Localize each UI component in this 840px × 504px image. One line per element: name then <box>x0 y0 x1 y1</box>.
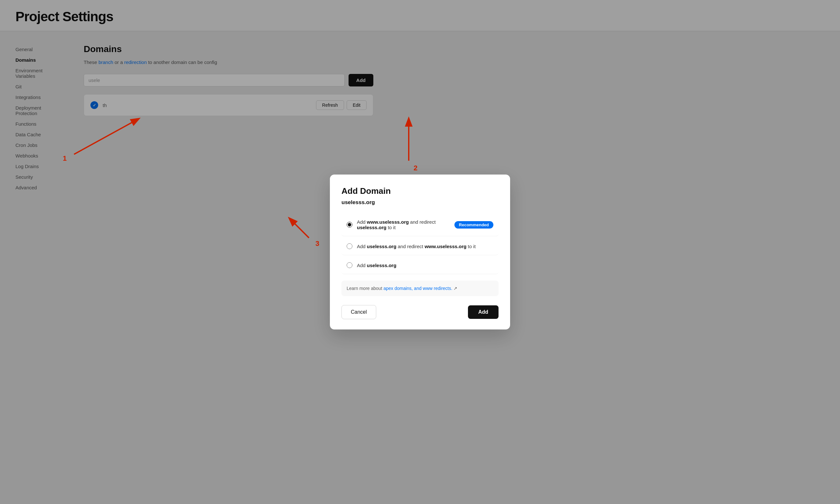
cancel-button[interactable]: Cancel <box>341 305 376 319</box>
modal-domain-label: uselesss.org <box>341 199 499 206</box>
radio-label-3: Add uselesss.org <box>357 263 493 268</box>
radio-option-2[interactable]: Add uselesss.org and redirect www.useles… <box>341 237 499 255</box>
modal-footer: Cancel Add <box>341 305 499 319</box>
recommended-badge: Recommended <box>455 221 493 229</box>
learn-more-link[interactable]: apex domains, and www redirects. <box>383 286 452 291</box>
modal-overlay[interactable]: Add Domain uselesss.org Add www.uselesss… <box>0 0 840 504</box>
modal-title: Add Domain <box>341 186 499 196</box>
radio-input-1[interactable] <box>347 222 353 228</box>
modal-add-button[interactable]: Add <box>468 305 499 319</box>
learn-more-section: Learn more about apex domains, and www r… <box>341 281 499 296</box>
radio-option-1[interactable]: Add www.uselesss.org and redirect useles… <box>341 213 499 236</box>
radio-input-3[interactable] <box>347 262 353 268</box>
radio-label-2: Add uselesss.org and redirect www.useles… <box>357 244 493 249</box>
radio-input-2[interactable] <box>347 243 353 249</box>
add-domain-modal: Add Domain uselesss.org Add www.uselesss… <box>330 175 510 329</box>
radio-option-3[interactable]: Add uselesss.org <box>341 256 499 274</box>
radio-label-1: Add www.uselesss.org and redirect useles… <box>357 219 450 230</box>
